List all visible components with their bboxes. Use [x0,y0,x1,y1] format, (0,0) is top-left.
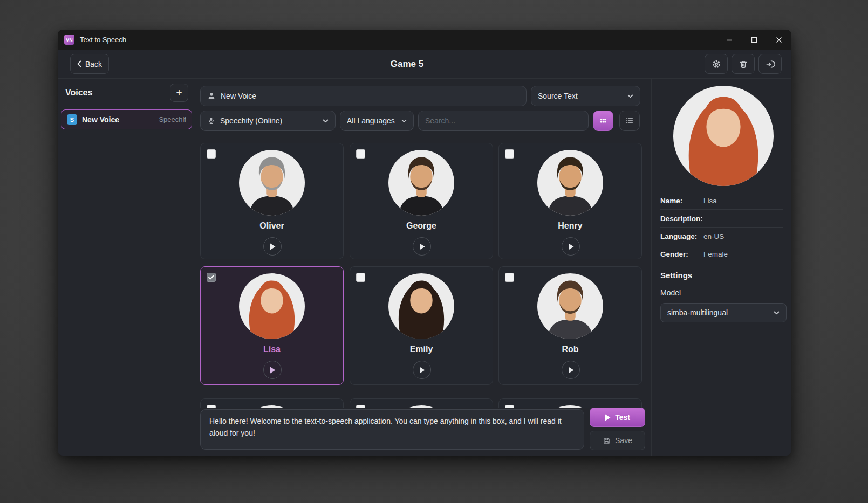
voice-checkbox[interactable] [356,273,365,282]
voice-card-partial[interactable] [498,398,642,408]
titlebar: VN Text to Speech [58,30,791,50]
detail-row-name: Name: Lisa [660,192,783,210]
voice-checkbox[interactable] [505,273,514,282]
voice-card-rob[interactable]: Rob [498,266,642,385]
exit-arrow-icon [766,59,775,69]
app-window: VN Text to Speech Back Game 5 [58,30,791,456]
person-icon [207,92,216,100]
sidebar-item-name: New Voice [82,115,119,124]
search-field[interactable] [418,111,589,131]
sidebar-item-provider: Speechif [159,115,186,123]
play-voice-button[interactable] [263,237,282,256]
chevron-down-icon [323,119,329,123]
voice-checkbox[interactable] [356,149,365,159]
language-select[interactable]: All Languages [340,111,414,131]
app-logo: VN [64,35,74,45]
trash-icon [739,59,748,69]
test-button[interactable]: Test [590,408,645,427]
voice-checkbox[interactable] [207,149,216,159]
voice-name-field[interactable] [200,86,527,106]
sidebar-item-new-voice[interactable]: S New Voice Speechif [61,109,192,129]
voice-checkbox[interactable] [207,405,216,408]
voice-card-henry[interactable]: Henry [498,143,642,259]
detail-value: – [705,215,709,223]
sidebar: Voices + S New Voice Speechif [58,78,195,456]
app-title: Text to Speech [80,36,126,44]
provider-select[interactable]: Speechify (Online) [200,111,336,131]
voice-card-oliver[interactable]: Oliver [200,143,344,259]
voice-avatar [388,273,454,339]
voice-avatar [239,150,305,216]
search-input[interactable] [425,116,582,125]
model-label: Model [660,288,681,297]
minimize-button[interactable] [717,30,742,50]
play-voice-button[interactable] [562,361,580,379]
speech-text-input[interactable]: Hello there! Welcome to the text-to-spee… [200,409,584,450]
chevron-down-icon [774,311,780,315]
voice-checkbox[interactable] [505,405,514,408]
voice-detail-panel: Name: Lisa Description: – Language: en-U… [651,78,791,456]
language-value: All Languages [347,116,395,125]
voice-checkbox[interactable] [207,273,216,282]
grid-icon [599,116,607,125]
detail-row-gender: Gender: Female [660,245,783,263]
voice-name: Oliver [201,221,343,231]
maximize-button[interactable] [742,30,767,50]
settings-title: Settings [660,271,692,280]
play-voice-button[interactable] [413,237,431,256]
add-voice-button[interactable]: + [170,84,188,102]
voice-card-partial[interactable] [200,398,344,408]
voice-card-partial[interactable] [350,398,493,408]
close-icon [776,37,782,43]
voice-avatar [239,405,305,408]
chevron-down-icon [627,94,633,98]
voice-name: Henry [499,221,641,231]
list-view-button[interactable] [619,111,640,131]
voice-checkbox[interactable] [356,405,365,408]
play-voice-button[interactable] [562,237,580,256]
list-icon [625,116,634,125]
close-button[interactable] [767,30,791,50]
play-icon [270,243,276,250]
source-text-select[interactable]: Source Text [531,86,640,106]
detail-value: Lisa [703,197,717,205]
chevron-down-icon [401,119,407,123]
voice-avatar [388,150,454,216]
play-icon [419,367,425,374]
chevron-left-icon [77,60,81,67]
window-controls [717,30,791,50]
save-button[interactable]: Save [590,431,645,450]
voice-name-input[interactable] [221,92,520,100]
detail-label: Language: [660,232,703,240]
grid-view-button[interactable] [593,111,613,131]
page-title: Game 5 [109,50,705,78]
voice-avatar [388,405,454,408]
voices-title: Voices [65,84,92,102]
voice-card-emily[interactable]: Emily [350,266,493,385]
selected-voice-avatar [673,86,774,186]
voice-avatar [239,273,305,339]
play-voice-button[interactable] [263,361,282,379]
play-icon [568,367,574,374]
voice-card-george[interactable]: George [350,143,493,259]
model-select[interactable]: simba-multilingual [660,303,787,322]
voice-name: Lisa [201,344,343,354]
export-button[interactable] [758,54,782,74]
play-icon [419,243,425,250]
settings-button[interactable] [705,54,728,74]
voice-name: Emily [350,344,493,354]
save-icon [603,437,611,445]
voice-name: George [350,221,493,231]
play-voice-button[interactable] [413,361,431,379]
delete-button[interactable] [732,54,755,74]
provider-value: Speechify (Online) [220,116,282,125]
back-button[interactable]: Back [70,54,109,74]
detail-label: Name: [660,197,703,205]
detail-row-description: Description: – [660,210,783,228]
detail-label: Gender: [660,250,703,258]
voice-avatar [537,273,603,339]
main-panel: Source Text Speechify (Online) All Langu… [195,78,651,456]
check-icon [208,275,214,280]
voice-checkbox[interactable] [505,149,514,159]
voice-card-lisa[interactable]: Lisa [200,266,344,385]
